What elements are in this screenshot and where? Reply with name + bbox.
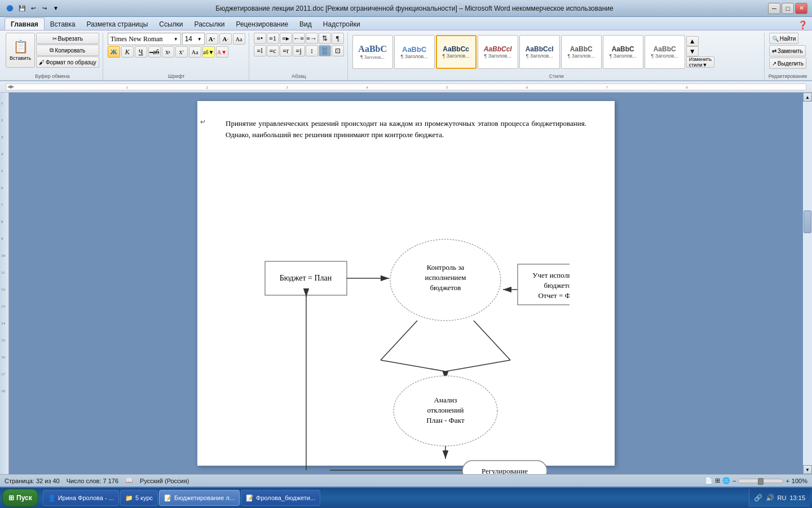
cut-button[interactable]: ✂ Вырезать	[36, 33, 99, 44]
highlight-button[interactable]: аб▼	[202, 46, 215, 58]
align-right-button[interactable]: ≡r	[280, 45, 292, 56]
bold-button[interactable]: Ж	[108, 46, 120, 58]
maximize-button[interactable]: □	[782, 3, 794, 14]
paste-label: Вставить	[10, 55, 31, 61]
strikethrough-button[interactable]: –аб	[148, 46, 161, 58]
tab-addins[interactable]: Надстройки	[317, 17, 366, 30]
system-time: 13:15	[789, 494, 805, 501]
subscript-button[interactable]: х₂	[162, 46, 174, 58]
bullets-button[interactable]: ≡•	[254, 33, 266, 44]
zoom-out-button[interactable]: −	[732, 478, 736, 484]
style-preview-5: AaBbCcl	[526, 45, 554, 53]
style-item-1[interactable]: AaBbC ¶ Заголов...	[352, 35, 393, 69]
clear-format-button[interactable]: Aa	[233, 33, 245, 45]
tray-lang-icon[interactable]: RU	[778, 494, 787, 501]
font-content: Times New Roman ▼ 14 ▼ A+ A- Aa Ж К Ч –а…	[108, 33, 245, 79]
vertical-scrollbar: ▲ ▼	[803, 93, 812, 474]
find-button[interactable]: 🔍 Найти	[769, 33, 799, 44]
font-shrink-button[interactable]: A-	[219, 33, 232, 45]
font-name-box[interactable]: Times New Roman ▼	[108, 33, 181, 45]
styles-down-button[interactable]: ▼	[686, 46, 699, 56]
view-full-icon[interactable]: ⊞	[715, 477, 720, 484]
zoom-slider-thumb[interactable]	[758, 478, 764, 485]
taskbar-item-1[interactable]: 👤 Ирина Фролова - ...	[43, 490, 119, 506]
style-item-7[interactable]: AaBbC ¶ Заголов...	[603, 35, 643, 69]
show-marks-button[interactable]: ¶	[332, 33, 344, 44]
align-justify-button[interactable]: ≡j	[293, 45, 305, 56]
tab-view[interactable]: Вид	[294, 17, 317, 30]
scroll-up-button[interactable]: ▲	[803, 93, 812, 102]
underline-button[interactable]: Ч	[135, 46, 147, 58]
tab-insert[interactable]: Вставка	[45, 17, 81, 30]
tab-home[interactable]: Главная	[5, 17, 45, 30]
italic-button[interactable]: К	[121, 46, 134, 58]
report-label-1: Учет исполнения	[532, 271, 570, 279]
style-item-8[interactable]: AaBbC ¶ Заголов...	[645, 35, 685, 69]
tab-mailings[interactable]: Рассылки	[189, 17, 231, 30]
clipboard-content: 📋 Вставить ✂ Вырезать ⧉ Копировать 🖌 Фор…	[6, 33, 99, 79]
tab-references[interactable]: Ссылки	[153, 17, 188, 30]
view-print-icon[interactable]: 📄	[705, 477, 713, 484]
scroll-thumb[interactable]	[804, 211, 811, 233]
format-mark: ↵	[200, 118, 206, 126]
shading-button[interactable]: ░	[319, 45, 331, 56]
scroll-track[interactable]	[803, 102, 812, 465]
scroll-down-button[interactable]: ▼	[803, 465, 812, 474]
document: ↵ Принятие управленческих решений происх…	[197, 101, 615, 466]
style-item-6[interactable]: AaBbC ¶ Заголов...	[561, 35, 602, 69]
styles-up-button[interactable]: ▲	[686, 36, 699, 46]
help-icon[interactable]: ❓	[798, 20, 812, 30]
save-icon[interactable]: 💾	[17, 3, 27, 14]
font-grow-button[interactable]: A+	[206, 33, 218, 45]
start-button[interactable]: ⊞ Пуск	[2, 489, 38, 507]
tab-review[interactable]: Рецензирование	[230, 17, 294, 30]
paste-button[interactable]: 📋 Вставить	[6, 33, 35, 68]
style-item-4[interactable]: AaBbCcl ¶ Заголов...	[478, 35, 518, 69]
taskbar-item-1-icon: 👤	[48, 494, 56, 502]
taskbar-item-2[interactable]: 📁 5 курс	[120, 490, 158, 506]
style-preview-7: AaBbC	[612, 45, 634, 53]
select-button[interactable]: ↗ Выделить	[769, 58, 806, 69]
office-icon[interactable]: 🔵	[5, 3, 15, 14]
align-center-button[interactable]: ≡c	[267, 45, 279, 56]
replace-button[interactable]: ⇄ Заменить	[769, 45, 806, 56]
close-button[interactable]: ✕	[795, 3, 807, 14]
borders-button[interactable]: ⊡	[332, 45, 344, 56]
font-name-value: Times New Roman	[111, 35, 163, 43]
taskbar-item-4[interactable]: 📝 Фролова_бюджети...	[241, 490, 320, 506]
taskbar-item-3-label: Бюджетирование л...	[174, 494, 235, 501]
style-label-4: ¶ Заголов...	[484, 53, 511, 59]
superscript-button[interactable]: х²	[175, 46, 188, 58]
style-preview-1: AaBbC	[358, 44, 387, 54]
decrease-indent-button[interactable]: ←≡	[293, 33, 305, 44]
font-size-box[interactable]: 14 ▼	[182, 33, 205, 45]
multilevel-button[interactable]: ≡▸	[280, 33, 292, 44]
zoom-slider[interactable]	[738, 479, 783, 483]
zoom-in-button[interactable]: +	[785, 478, 789, 484]
taskbar: ⊞ Пуск 👤 Ирина Фролова - ... 📁 5 курс 📝 …	[0, 487, 812, 508]
redo-icon[interactable]: ↪	[39, 3, 50, 14]
style-preview-4: AaBbCcl	[484, 45, 512, 53]
font-color-button[interactable]: А▼	[216, 46, 228, 58]
sort-button[interactable]: ⇅	[319, 33, 331, 44]
taskbar-item-3[interactable]: 📝 Бюджетирование л...	[159, 490, 240, 506]
numbering-button[interactable]: ≡1	[267, 33, 279, 44]
style-item-5[interactable]: AaBbCcl ¶ Заголов...	[519, 35, 560, 69]
line-spacing-button[interactable]: ↕	[306, 45, 318, 56]
increase-indent-button[interactable]: ≡→	[306, 33, 318, 44]
style-item-3[interactable]: AaBbCc ¶ Заголов...	[436, 35, 476, 69]
text-effects-button[interactable]: Аa	[189, 46, 201, 58]
paragraph-row1: ≡• ≡1 ≡▸ ←≡ ≡→ ⇅ ¶	[254, 33, 344, 44]
copy-button[interactable]: ⧉ Копировать	[36, 45, 99, 56]
view-web-icon[interactable]: 🌐	[722, 477, 730, 484]
align-left-button[interactable]: ≡l	[254, 45, 266, 56]
format-painter-button[interactable]: 🖌 Формат по образцу	[36, 56, 99, 68]
customize-icon[interactable]: ▼	[51, 3, 61, 14]
tab-page-layout[interactable]: Разметка страницы	[81, 17, 153, 30]
paragraph-group: ≡• ≡1 ≡▸ ←≡ ≡→ ⇅ ¶ ≡l ≡c ≡r ≡j ↕ ░ ⊡ Абз…	[250, 33, 348, 80]
undo-icon[interactable]: ↩	[28, 3, 38, 14]
change-styles-button[interactable]: Изменитьстили▼	[686, 56, 715, 68]
style-item-2[interactable]: AaBbC ¶ Заголов...	[394, 35, 435, 69]
statusbar: Страница: 32 из 40 Число слов: 7 176 📖 Р…	[0, 474, 812, 487]
minimize-button[interactable]: ─	[768, 3, 780, 14]
